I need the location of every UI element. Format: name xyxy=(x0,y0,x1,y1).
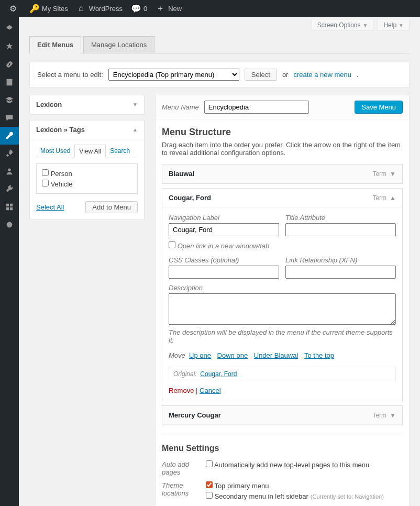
location-secondary[interactable]: Secondary menu in left sidebar(Currently… xyxy=(206,491,384,501)
comments[interactable]: 💬0 xyxy=(127,0,151,17)
tag-vehicle-checkbox[interactable] xyxy=(42,180,49,186)
location-top-text: Top primary menu xyxy=(214,482,269,490)
open-new-tab-label: Open link in a new window/tab xyxy=(178,242,270,250)
lexicon-box-toggle[interactable]: Lexicon ▼ xyxy=(30,95,144,114)
open-new-tab-checkbox[interactable] xyxy=(169,241,175,248)
menu-item-type: Term xyxy=(372,412,386,419)
subtab-view-all[interactable]: View All xyxy=(74,145,106,158)
tag-checklist: Person Vehicle xyxy=(36,163,138,194)
my-sites-label: My Sites xyxy=(42,5,68,13)
location-top-primary[interactable]: Top primary menu xyxy=(206,480,384,491)
new-content[interactable]: ＋New xyxy=(151,0,186,17)
menu-item-star[interactable] xyxy=(0,38,19,56)
menu-header: Menu Name Save Menu xyxy=(156,95,409,119)
original-link[interactable]: Cougar, Ford xyxy=(200,370,237,378)
menu-item-chat[interactable] xyxy=(0,109,19,127)
chevron-up-icon: ▲ xyxy=(132,127,138,133)
help-button[interactable]: Help▼ xyxy=(378,20,410,31)
menu-name-input[interactable] xyxy=(204,101,309,114)
move-top-link[interactable]: To the top xyxy=(304,351,334,359)
site-name[interactable]: ⌂WordPress xyxy=(72,0,127,17)
location-secondary-note: (Currently set to: Navigation) xyxy=(311,493,384,500)
menu-item-bar[interactable]: Blauwal Term▼ xyxy=(162,164,402,183)
menu-item-pin[interactable] xyxy=(0,20,19,38)
move-up-link[interactable]: Up one xyxy=(189,351,211,359)
nav-label-label: Navigation Label xyxy=(169,214,279,222)
save-menu-button-top[interactable]: Save Menu xyxy=(355,101,403,114)
location-secondary-checkbox[interactable] xyxy=(206,492,213,499)
chevron-down-icon: ▼ xyxy=(132,102,138,107)
screen-options-button[interactable]: Screen Options▼ xyxy=(312,20,374,31)
cancel-link[interactable]: Cancel xyxy=(200,387,220,394)
open-new-tab[interactable]: Open link in a new window/tab xyxy=(169,242,269,250)
description-label: Description xyxy=(169,284,396,292)
wp-logo[interactable]: ⚙ xyxy=(4,0,25,17)
menu-item-title: Mercury Cougar xyxy=(169,411,221,419)
key-icon: 🔑 xyxy=(29,4,39,14)
home-icon: ⌂ xyxy=(76,4,86,13)
lexicon-box: Lexicon ▼ xyxy=(29,95,145,115)
site-name-label: WordPress xyxy=(89,5,123,13)
tab-edit-menus[interactable]: Edit Menus xyxy=(29,36,81,53)
menu-item-bar[interactable]: Mercury Cougar Term▼ xyxy=(162,406,402,425)
select-button[interactable]: Select xyxy=(245,69,277,81)
my-sites[interactable]: 🔑My Sites xyxy=(25,0,72,17)
chevron-up-icon: ▲ xyxy=(390,194,396,202)
nav-label-input[interactable] xyxy=(169,223,279,236)
lexicon-tags-toggle[interactable]: Lexicon » Tags ▲ xyxy=(30,120,144,139)
menu-item-cougar-ford: Cougar, Ford Term▲ Navigation Label xyxy=(162,188,403,401)
menu-item-type: Term xyxy=(372,170,386,178)
tab-manage-locations[interactable]: Manage Locations xyxy=(83,36,154,53)
menu-item-tool[interactable] xyxy=(0,127,19,145)
select-all-link[interactable]: Select All xyxy=(36,203,64,211)
tag-person-checkbox[interactable] xyxy=(42,169,49,176)
subtab-most-used[interactable]: Most Used xyxy=(36,145,74,158)
menu-item-grad[interactable] xyxy=(0,91,19,109)
period: . xyxy=(357,71,359,79)
move-label: Move xyxy=(169,351,185,359)
location-top-checkbox[interactable] xyxy=(206,481,213,488)
menu-select[interactable]: Encyclopedia (Top primary menu) xyxy=(108,69,239,81)
xfn-input[interactable] xyxy=(285,266,396,279)
tag-person-label: Person xyxy=(51,170,72,178)
menu-structure-title: Menu Structure xyxy=(162,127,403,138)
or-text: or xyxy=(282,71,289,79)
move-under-link[interactable]: Under Blauwal xyxy=(254,351,299,359)
menu-structure-hint: Drag each item into the order you prefer… xyxy=(162,141,403,157)
create-new-menu-link[interactable]: create a new menu xyxy=(293,71,351,79)
auto-add-checkbox[interactable] xyxy=(206,460,213,467)
menu-item-settings: Navigation Label Title Attribute Open li… xyxy=(162,207,402,401)
menu-item-blauwal: Blauwal Term▼ xyxy=(162,164,403,184)
menu-item-mercury-cougar: Mercury Cougar Term▼ xyxy=(162,405,403,425)
menu-item-bar[interactable]: Cougar, Ford Term▲ xyxy=(162,189,402,207)
menu-item-rocket[interactable] xyxy=(0,145,19,162)
menu-item-user[interactable] xyxy=(0,162,19,180)
title-attr-input[interactable] xyxy=(285,223,396,236)
add-to-menu-button[interactable]: Add to Menu xyxy=(85,201,138,213)
menu-item-book[interactable] xyxy=(0,73,19,91)
chevron-down-icon: ▼ xyxy=(390,412,396,419)
menu-item-dot[interactable] xyxy=(0,216,19,234)
theme-locations-label: Theme locations xyxy=(162,480,206,497)
description-note: The description will be displayed in the… xyxy=(169,328,396,344)
remove-cancel-row: Remove | Cancel xyxy=(169,387,396,394)
plus-icon: ＋ xyxy=(156,3,165,14)
wordpress-icon: ⚙ xyxy=(8,4,18,14)
description-input[interactable] xyxy=(169,293,396,325)
remove-link[interactable]: Remove xyxy=(169,387,194,394)
css-classes-input[interactable] xyxy=(169,266,279,279)
location-secondary-text: Secondary menu in left sidebar xyxy=(215,492,308,500)
tag-vehicle[interactable]: Vehicle xyxy=(42,179,132,189)
css-classes-label: CSS Classes (optional) xyxy=(169,256,279,264)
auto-add-option[interactable]: Automatically add new top-level pages to… xyxy=(206,459,369,470)
menu-item-link[interactable] xyxy=(0,56,19,73)
move-down-link[interactable]: Down one xyxy=(217,351,248,359)
menu-item-grid[interactable] xyxy=(0,198,19,216)
svg-point-0 xyxy=(8,169,10,171)
menu-item-title: Blauwal xyxy=(169,170,194,178)
auto-add-label: Auto add pages xyxy=(162,459,206,476)
subtab-search[interactable]: Search xyxy=(106,145,134,158)
menu-item-wrench[interactable] xyxy=(0,180,19,198)
help-label: Help xyxy=(383,21,396,29)
tag-person[interactable]: Person xyxy=(42,168,132,179)
